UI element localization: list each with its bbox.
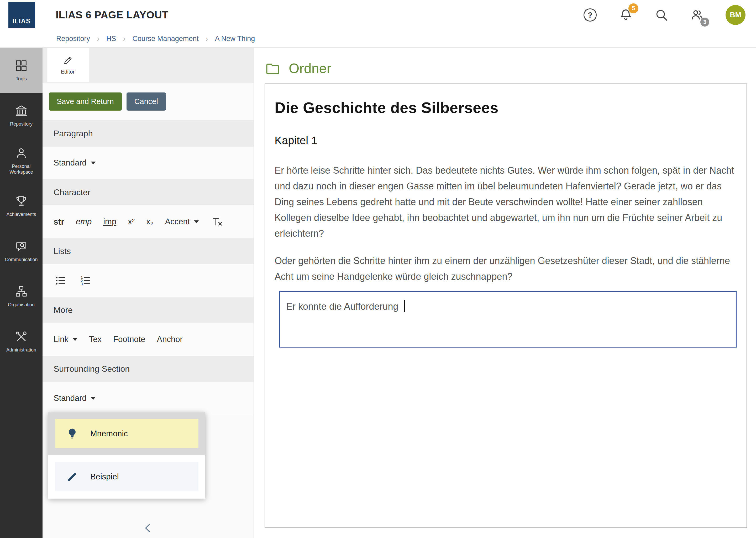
crossed-tools-icon	[15, 330, 28, 344]
sidebar-item-label: Tools	[14, 76, 28, 82]
sidebar-item-label: Administration	[5, 347, 38, 353]
tex-button[interactable]: Tex	[89, 335, 102, 344]
accent-select[interactable]: Accent	[165, 217, 199, 227]
trophy-icon	[15, 194, 28, 208]
paragraph-section-header: Paragraph	[42, 120, 254, 146]
object-title: Ordner	[289, 60, 331, 76]
subscript-button[interactable]: x₂	[146, 217, 154, 227]
section-style-menu: Mnemonic Beispiel	[48, 412, 205, 499]
bullet-list-button[interactable]	[54, 274, 67, 287]
character-buttons-row: str emp imp x² x₂ Accent	[42, 205, 254, 238]
strong-button[interactable]: str	[54, 217, 64, 227]
paragraph-style-row: Standard	[42, 146, 254, 179]
magnifier-icon	[654, 8, 669, 22]
tab-editor[interactable]: Editor	[47, 48, 89, 82]
sidebar-item-administration[interactable]: Administration	[0, 319, 42, 364]
more-section-header: More	[42, 297, 254, 323]
ilias-logo[interactable]: ILIAS	[8, 2, 35, 28]
important-button[interactable]: imp	[103, 217, 116, 227]
grid-icon	[15, 59, 28, 73]
collapse-panel-button[interactable]	[42, 522, 254, 534]
avatar[interactable]: BM	[726, 5, 745, 25]
content-heading[interactable]: Die Geschichte des Silbersees	[275, 99, 737, 116]
chevron-right-icon: ›	[206, 34, 208, 43]
chevron-down-icon	[194, 220, 199, 223]
sidebar-item-tools[interactable]: Tools	[0, 48, 42, 93]
sidebar-item-achievements[interactable]: Achievements	[0, 183, 42, 229]
tab-editor-label: Editor	[61, 69, 74, 75]
chevron-right-icon: ›	[97, 34, 100, 43]
breadcrumb-hs[interactable]: HS	[106, 35, 116, 43]
lists-buttons-row: 1 2 3	[42, 264, 254, 297]
sidebar-item-personal-workspace[interactable]: Personal Workspace	[0, 138, 42, 183]
numbered-list-button[interactable]: 1 2 3	[79, 274, 92, 287]
breadcrumb: Repository › HS › Course Management › A …	[0, 30, 756, 48]
content-paragraph-2[interactable]: Oder gehörten die Schritte hinter ihm zu…	[275, 253, 737, 285]
ilias-app: ILIAS ILIAS 6 PAGE LAYOUT ? 5	[0, 0, 756, 538]
question-mark-glyph: ?	[584, 8, 597, 22]
notifications-bell-icon[interactable]: 5	[618, 8, 633, 22]
person-icon	[15, 146, 28, 160]
menu-item-label: Beispiel	[90, 472, 119, 482]
link-select[interactable]: Link	[54, 335, 77, 344]
menu-item-mnemonic[interactable]: Mnemonic	[55, 419, 199, 448]
chevron-down-icon	[91, 397, 96, 400]
menu-item-highlight-wrap: Mnemonic	[48, 412, 205, 455]
pencil-icon	[62, 55, 73, 66]
text-cursor	[404, 300, 405, 312]
emphasis-button[interactable]: emp	[76, 217, 92, 227]
content-area: Ordner Die Geschichte des Silbersees Kap…	[254, 48, 756, 538]
body-row: Tools Repository Personal Workspace	[0, 48, 756, 538]
active-edit-area[interactable]: Er konnte die Aufforderung	[279, 291, 736, 348]
breadcrumb-course-management[interactable]: Course Management	[132, 35, 199, 43]
sidebar-item-repository[interactable]: Repository	[0, 93, 42, 138]
chat-bubble-icon	[15, 240, 28, 253]
anchor-button[interactable]: Anchor	[157, 335, 183, 344]
online-users-badge: 3	[700, 18, 709, 27]
cancel-button[interactable]: Cancel	[126, 92, 166, 111]
breadcrumb-a-new-thing[interactable]: A New Thing	[215, 35, 255, 43]
save-and-return-button[interactable]: Save and Return	[49, 92, 122, 111]
content-paragraph-1[interactable]: Er hörte leise Schritte hinter sich. Das…	[275, 163, 737, 242]
surrounding-style-select[interactable]: Standard	[54, 394, 96, 403]
header-actions: ? 5 3	[583, 5, 745, 25]
object-title-row: Ordner	[264, 60, 747, 76]
sidebar-item-communication[interactable]: Communication	[0, 229, 42, 274]
paragraph-style-select[interactable]: Standard	[54, 158, 96, 168]
online-users-icon[interactable]: 3	[690, 8, 705, 22]
menu-item-label: Mnemonic	[90, 429, 128, 438]
page-content-card: Die Geschichte des Silbersees Kapitel 1 …	[264, 83, 747, 528]
chevron-down-icon	[91, 162, 96, 164]
tools-panel: Editor Save and Return Cancel Paragraph …	[42, 48, 254, 538]
surrounding-section-header: Surrounding Section	[42, 356, 254, 382]
menu-item-beispiel[interactable]: Beispiel	[55, 462, 199, 491]
chevron-right-icon: ›	[123, 34, 126, 43]
sidebar-item-organisation[interactable]: Organisation	[0, 274, 42, 319]
surrounding-style-value: Standard	[54, 394, 87, 403]
footnote-button[interactable]: Footnote	[113, 335, 145, 344]
paragraph-style-value: Standard	[54, 158, 87, 168]
help-icon[interactable]: ?	[583, 8, 597, 22]
app-title: ILIAS 6 PAGE LAYOUT	[56, 9, 168, 21]
search-icon[interactable]	[654, 8, 669, 22]
more-buttons-row: Link Tex Footnote Anchor	[42, 323, 254, 356]
lightbulb-icon	[66, 427, 79, 440]
breadcrumb-repository[interactable]: Repository	[56, 35, 90, 43]
sidebar-item-label: Personal Workspace	[0, 164, 42, 175]
folder-icon	[264, 61, 281, 76]
svg-text:3: 3	[81, 282, 83, 286]
lists-section-header: Lists	[42, 238, 254, 264]
org-chart-icon	[15, 285, 28, 298]
bank-icon	[15, 104, 28, 118]
link-label: Link	[54, 335, 69, 344]
superscript-button[interactable]: x²	[128, 217, 135, 227]
chevron-left-icon	[142, 522, 154, 534]
content-subheading[interactable]: Kapitel 1	[275, 134, 737, 147]
pencil-icon	[66, 470, 79, 483]
edit-text: Er konnte die Aufforderung	[286, 301, 399, 312]
main-menu-rail: Tools Repository Personal Workspace	[0, 48, 42, 538]
numbered-list-icon: 1 2 3	[80, 275, 91, 286]
clear-formatting-button[interactable]	[210, 215, 224, 228]
sidebar-item-label: Communication	[3, 257, 39, 263]
editor-actions: Save and Return Cancel	[42, 82, 254, 120]
